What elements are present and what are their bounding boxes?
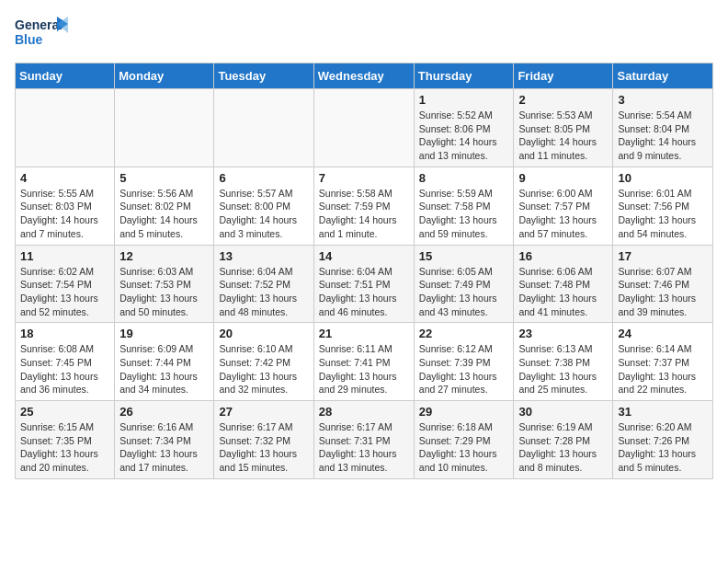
calendar-cell: 11Sunrise: 6:02 AMSunset: 7:54 PMDayligh… [16,245,115,323]
day-info: Sunrise: 5:59 AMSunset: 7:58 PMDaylight:… [419,187,509,241]
day-info: Sunrise: 6:02 AMSunset: 7:54 PMDaylight:… [20,265,109,319]
weekday-header-saturday: Saturday [613,63,713,89]
day-info: Sunrise: 5:52 AMSunset: 8:06 PMDaylight:… [419,109,509,163]
calendar-cell: 19Sunrise: 6:09 AMSunset: 7:44 PMDayligh… [115,323,214,401]
calendar-table: SundayMondayTuesdayWednesdayThursdayFrid… [15,63,713,479]
weekday-header-tuesday: Tuesday [214,63,313,89]
calendar-week-row: 4Sunrise: 5:55 AMSunset: 8:03 PMDaylight… [16,167,713,245]
day-number: 26 [119,405,209,419]
day-number: 13 [219,249,308,263]
calendar-cell: 7Sunrise: 5:58 AMSunset: 7:59 PMDaylight… [313,167,414,245]
calendar-cell: 30Sunrise: 6:19 AMSunset: 7:28 PMDayligh… [514,401,613,479]
day-info: Sunrise: 5:55 AMSunset: 8:03 PMDaylight:… [20,187,109,241]
day-info: Sunrise: 6:13 AMSunset: 7:38 PMDaylight:… [518,342,608,396]
calendar-cell: 24Sunrise: 6:14 AMSunset: 7:37 PMDayligh… [613,323,713,401]
calendar-cell [214,89,313,167]
day-number: 31 [618,405,708,419]
day-info: Sunrise: 5:57 AMSunset: 8:00 PMDaylight:… [219,187,308,241]
weekday-header-sunday: Sunday [16,63,115,89]
day-info: Sunrise: 6:09 AMSunset: 7:44 PMDaylight:… [119,342,209,396]
day-info: Sunrise: 6:15 AMSunset: 7:35 PMDaylight:… [20,420,109,475]
calendar-week-row: 25Sunrise: 6:15 AMSunset: 7:35 PMDayligh… [16,401,713,479]
day-info: Sunrise: 6:19 AMSunset: 7:28 PMDaylight:… [518,420,608,475]
calendar-cell [313,89,414,167]
weekday-header-friday: Friday [514,63,613,89]
calendar-cell: 3Sunrise: 5:54 AMSunset: 8:04 PMDaylight… [613,89,713,167]
day-number: 21 [319,327,409,340]
day-info: Sunrise: 6:00 AMSunset: 7:57 PMDaylight:… [518,187,608,241]
day-number: 23 [518,327,608,340]
day-number: 15 [419,249,509,263]
day-number: 20 [219,327,308,340]
day-number: 6 [219,171,308,185]
calendar-cell: 18Sunrise: 6:08 AMSunset: 7:45 PMDayligh… [16,323,115,401]
day-number: 17 [618,249,708,263]
calendar-cell: 1Sunrise: 5:52 AMSunset: 8:06 PMDaylight… [414,89,514,167]
day-number: 11 [20,249,109,263]
day-number: 30 [518,405,608,419]
day-number: 2 [518,93,608,107]
day-number: 4 [20,171,109,185]
calendar-cell: 17Sunrise: 6:07 AMSunset: 7:46 PMDayligh… [613,245,713,323]
calendar-cell: 15Sunrise: 6:05 AMSunset: 7:49 PMDayligh… [414,245,514,323]
weekday-header-monday: Monday [115,63,214,89]
day-number: 1 [419,93,509,107]
calendar-cell: 2Sunrise: 5:53 AMSunset: 8:05 PMDaylight… [514,89,613,167]
svg-text:Blue: Blue [15,32,43,47]
page-header: GeneralBlue [15,15,713,52]
day-number: 22 [419,327,509,340]
day-number: 18 [20,327,109,340]
day-info: Sunrise: 6:05 AMSunset: 7:49 PMDaylight:… [419,265,509,319]
logo-icon: GeneralBlue [15,15,70,52]
day-info: Sunrise: 6:17 AMSunset: 7:31 PMDaylight:… [319,420,409,475]
day-info: Sunrise: 6:08 AMSunset: 7:45 PMDaylight:… [20,342,109,396]
calendar-cell: 16Sunrise: 6:06 AMSunset: 7:48 PMDayligh… [514,245,613,323]
day-number: 14 [319,249,409,263]
calendar-week-row: 1Sunrise: 5:52 AMSunset: 8:06 PMDaylight… [16,89,713,167]
calendar-cell: 22Sunrise: 6:12 AMSunset: 7:39 PMDayligh… [414,323,514,401]
calendar-week-row: 18Sunrise: 6:08 AMSunset: 7:45 PMDayligh… [16,323,713,401]
day-number: 10 [618,171,708,185]
day-info: Sunrise: 5:56 AMSunset: 8:02 PMDaylight:… [119,187,209,241]
calendar-cell: 10Sunrise: 6:01 AMSunset: 7:56 PMDayligh… [613,167,713,245]
calendar-cell: 27Sunrise: 6:17 AMSunset: 7:32 PMDayligh… [214,401,313,479]
day-number: 27 [219,405,308,419]
day-info: Sunrise: 6:11 AMSunset: 7:41 PMDaylight:… [319,342,409,396]
calendar-cell: 26Sunrise: 6:16 AMSunset: 7:34 PMDayligh… [115,401,214,479]
day-info: Sunrise: 6:12 AMSunset: 7:39 PMDaylight:… [419,342,509,396]
day-info: Sunrise: 6:01 AMSunset: 7:56 PMDaylight:… [618,187,708,241]
day-info: Sunrise: 6:18 AMSunset: 7:29 PMDaylight:… [419,420,509,475]
weekday-header-wednesday: Wednesday [313,63,414,89]
day-info: Sunrise: 6:07 AMSunset: 7:46 PMDaylight:… [618,265,708,319]
calendar-cell: 8Sunrise: 5:59 AMSunset: 7:58 PMDaylight… [414,167,514,245]
calendar-cell: 31Sunrise: 6:20 AMSunset: 7:26 PMDayligh… [613,401,713,479]
day-number: 9 [518,171,608,185]
calendar-cell: 21Sunrise: 6:11 AMSunset: 7:41 PMDayligh… [313,323,414,401]
weekday-header-row: SundayMondayTuesdayWednesdayThursdayFrid… [16,63,713,89]
day-info: Sunrise: 6:10 AMSunset: 7:42 PMDaylight:… [219,342,308,396]
day-number: 12 [119,249,209,263]
calendar-cell [115,89,214,167]
day-number: 8 [419,171,509,185]
day-number: 25 [20,405,109,419]
day-info: Sunrise: 6:06 AMSunset: 7:48 PMDaylight:… [518,265,608,319]
day-number: 19 [119,327,209,340]
day-number: 16 [518,249,608,263]
day-number: 29 [419,405,509,419]
calendar-cell: 29Sunrise: 6:18 AMSunset: 7:29 PMDayligh… [414,401,514,479]
day-info: Sunrise: 6:17 AMSunset: 7:32 PMDaylight:… [219,420,308,475]
calendar-cell: 9Sunrise: 6:00 AMSunset: 7:57 PMDaylight… [514,167,613,245]
day-number: 28 [319,405,409,419]
logo: GeneralBlue [15,15,70,52]
calendar-cell: 12Sunrise: 6:03 AMSunset: 7:53 PMDayligh… [115,245,214,323]
calendar-cell: 25Sunrise: 6:15 AMSunset: 7:35 PMDayligh… [16,401,115,479]
calendar-cell: 23Sunrise: 6:13 AMSunset: 7:38 PMDayligh… [514,323,613,401]
day-info: Sunrise: 5:58 AMSunset: 7:59 PMDaylight:… [319,187,409,241]
calendar-cell: 13Sunrise: 6:04 AMSunset: 7:52 PMDayligh… [214,245,313,323]
calendar-cell: 20Sunrise: 6:10 AMSunset: 7:42 PMDayligh… [214,323,313,401]
calendar-cell: 28Sunrise: 6:17 AMSunset: 7:31 PMDayligh… [313,401,414,479]
day-number: 3 [618,93,708,107]
calendar-cell: 14Sunrise: 6:04 AMSunset: 7:51 PMDayligh… [313,245,414,323]
calendar-cell: 5Sunrise: 5:56 AMSunset: 8:02 PMDaylight… [115,167,214,245]
day-info: Sunrise: 6:04 AMSunset: 7:51 PMDaylight:… [319,265,409,319]
